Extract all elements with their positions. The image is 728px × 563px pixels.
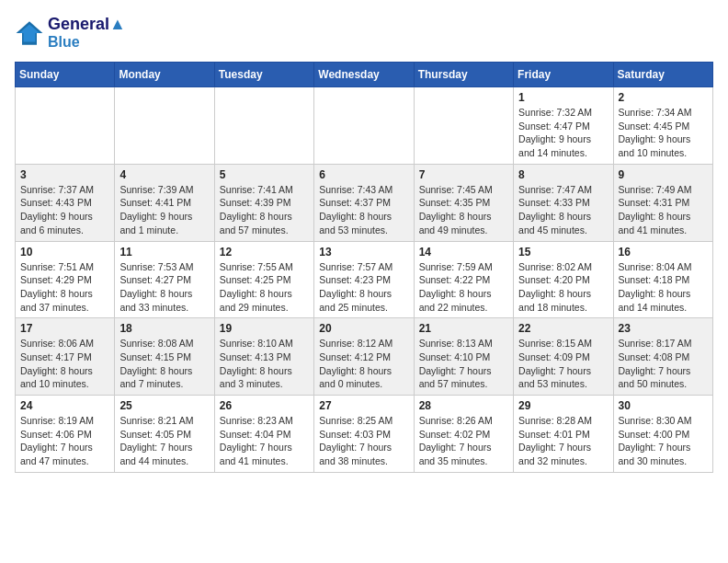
calendar-cell: 11Sunrise: 7:53 AM Sunset: 4:27 PM Dayli…	[115, 241, 214, 318]
day-number: 7	[419, 168, 508, 181]
calendar-week-row: 24Sunrise: 8:19 AM Sunset: 4:06 PM Dayli…	[16, 396, 713, 473]
day-info: Sunrise: 8:25 AM Sunset: 4:03 PM Dayligh…	[319, 414, 408, 468]
calendar-cell: 14Sunrise: 7:59 AM Sunset: 4:22 PM Dayli…	[414, 241, 513, 318]
calendar-week-row: 3Sunrise: 7:37 AM Sunset: 4:43 PM Daylig…	[16, 164, 713, 241]
day-number: 25	[119, 399, 209, 412]
weekday-header-friday: Friday	[514, 63, 613, 87]
day-number: 27	[319, 399, 408, 412]
logo-icon	[15, 18, 44, 48]
calendar-cell: 9Sunrise: 7:49 AM Sunset: 4:31 PM Daylig…	[613, 164, 712, 241]
day-info: Sunrise: 8:23 AM Sunset: 4:04 PM Dayligh…	[220, 414, 309, 468]
logo-text: General▲ Blue	[48, 15, 126, 51]
day-number: 19	[220, 322, 309, 335]
calendar-cell: 25Sunrise: 8:21 AM Sunset: 4:05 PM Dayli…	[115, 396, 214, 473]
calendar-cell: 6Sunrise: 7:43 AM Sunset: 4:37 PM Daylig…	[314, 164, 414, 241]
day-info: Sunrise: 8:08 AM Sunset: 4:15 PM Dayligh…	[119, 337, 209, 391]
calendar-cell: 7Sunrise: 7:45 AM Sunset: 4:35 PM Daylig…	[414, 164, 513, 241]
day-number: 9	[619, 168, 708, 181]
day-number: 5	[220, 168, 309, 181]
calendar-cell: 1Sunrise: 7:32 AM Sunset: 4:47 PM Daylig…	[514, 87, 613, 165]
calendar-cell: 22Sunrise: 8:15 AM Sunset: 4:09 PM Dayli…	[514, 318, 613, 396]
calendar-table: SundayMondayTuesdayWednesdayThursdayFrid…	[15, 62, 713, 473]
calendar-cell: 27Sunrise: 8:25 AM Sunset: 4:03 PM Dayli…	[314, 396, 414, 473]
calendar-cell: 5Sunrise: 7:41 AM Sunset: 4:39 PM Daylig…	[214, 164, 313, 241]
calendar-cell: 24Sunrise: 8:19 AM Sunset: 4:06 PM Dayli…	[16, 396, 115, 473]
day-number: 26	[220, 399, 309, 412]
day-info: Sunrise: 7:43 AM Sunset: 4:37 PM Dayligh…	[319, 183, 408, 237]
day-info: Sunrise: 7:37 AM Sunset: 4:43 PM Dayligh…	[20, 183, 109, 237]
calendar-cell: 16Sunrise: 8:04 AM Sunset: 4:18 PM Dayli…	[613, 241, 712, 318]
day-number: 22	[518, 322, 608, 335]
day-number: 29	[518, 399, 608, 412]
day-info: Sunrise: 8:02 AM Sunset: 4:20 PM Dayligh…	[518, 260, 608, 315]
day-number: 16	[619, 246, 708, 259]
calendar-cell: 30Sunrise: 8:30 AM Sunset: 4:00 PM Dayli…	[613, 396, 712, 473]
calendar-cell: 8Sunrise: 7:47 AM Sunset: 4:33 PM Daylig…	[514, 164, 613, 241]
calendar-cell: 19Sunrise: 8:10 AM Sunset: 4:13 PM Dayli…	[214, 318, 313, 396]
calendar-week-row: 17Sunrise: 8:06 AM Sunset: 4:17 PM Dayli…	[16, 318, 713, 396]
calendar-cell: 2Sunrise: 7:34 AM Sunset: 4:45 PM Daylig…	[613, 87, 712, 165]
day-number: 11	[119, 246, 209, 259]
day-number: 2	[619, 91, 708, 104]
calendar-cell: 21Sunrise: 8:13 AM Sunset: 4:10 PM Dayli…	[414, 318, 513, 396]
day-info: Sunrise: 8:21 AM Sunset: 4:05 PM Dayligh…	[119, 414, 209, 468]
day-info: Sunrise: 7:34 AM Sunset: 4:45 PM Dayligh…	[619, 106, 708, 160]
day-info: Sunrise: 7:49 AM Sunset: 4:31 PM Dayligh…	[619, 183, 708, 237]
logo: General▲ Blue	[15, 15, 126, 51]
day-info: Sunrise: 7:57 AM Sunset: 4:23 PM Dayligh…	[319, 260, 408, 315]
day-number: 15	[518, 246, 608, 259]
day-number: 13	[319, 246, 408, 259]
calendar-cell: 18Sunrise: 8:08 AM Sunset: 4:15 PM Dayli…	[115, 318, 214, 396]
day-info: Sunrise: 8:19 AM Sunset: 4:06 PM Dayligh…	[20, 414, 109, 468]
day-info: Sunrise: 8:30 AM Sunset: 4:00 PM Dayligh…	[619, 414, 708, 468]
calendar-week-row: 10Sunrise: 7:51 AM Sunset: 4:29 PM Dayli…	[16, 241, 713, 318]
calendar-cell: 20Sunrise: 8:12 AM Sunset: 4:12 PM Dayli…	[314, 318, 414, 396]
day-info: Sunrise: 7:55 AM Sunset: 4:25 PM Dayligh…	[220, 260, 309, 315]
calendar-cell	[16, 87, 115, 165]
day-info: Sunrise: 7:47 AM Sunset: 4:33 PM Dayligh…	[518, 183, 608, 237]
day-number: 8	[518, 168, 608, 181]
day-info: Sunrise: 7:45 AM Sunset: 4:35 PM Dayligh…	[419, 183, 508, 237]
day-number: 1	[518, 91, 608, 104]
calendar-cell: 3Sunrise: 7:37 AM Sunset: 4:43 PM Daylig…	[16, 164, 115, 241]
calendar-cell	[214, 87, 313, 165]
day-number: 23	[619, 322, 708, 335]
calendar-cell	[414, 87, 513, 165]
day-info: Sunrise: 8:28 AM Sunset: 4:01 PM Dayligh…	[518, 414, 608, 468]
calendar-cell: 4Sunrise: 7:39 AM Sunset: 4:41 PM Daylig…	[115, 164, 214, 241]
day-number: 30	[619, 399, 708, 412]
day-info: Sunrise: 8:10 AM Sunset: 4:13 PM Dayligh…	[220, 337, 309, 391]
day-number: 3	[20, 168, 109, 181]
calendar-cell	[115, 87, 214, 165]
day-info: Sunrise: 8:04 AM Sunset: 4:18 PM Dayligh…	[619, 260, 708, 315]
calendar-cell: 26Sunrise: 8:23 AM Sunset: 4:04 PM Dayli…	[214, 396, 313, 473]
calendar-cell	[314, 87, 414, 165]
calendar-cell: 29Sunrise: 8:28 AM Sunset: 4:01 PM Dayli…	[514, 396, 613, 473]
day-info: Sunrise: 7:59 AM Sunset: 4:22 PM Dayligh…	[419, 260, 508, 315]
day-info: Sunrise: 8:12 AM Sunset: 4:12 PM Dayligh…	[319, 337, 408, 391]
day-info: Sunrise: 7:39 AM Sunset: 4:41 PM Dayligh…	[119, 183, 209, 237]
calendar-cell: 10Sunrise: 7:51 AM Sunset: 4:29 PM Dayli…	[16, 241, 115, 318]
calendar-week-row: 1Sunrise: 7:32 AM Sunset: 4:47 PM Daylig…	[16, 87, 713, 165]
day-number: 28	[419, 399, 508, 412]
calendar-cell: 15Sunrise: 8:02 AM Sunset: 4:20 PM Dayli…	[514, 241, 613, 318]
day-number: 17	[20, 322, 109, 335]
weekday-header-saturday: Saturday	[613, 63, 712, 87]
day-number: 6	[319, 168, 408, 181]
day-number: 20	[319, 322, 408, 335]
calendar-cell: 28Sunrise: 8:26 AM Sunset: 4:02 PM Dayli…	[414, 396, 513, 473]
weekday-header-tuesday: Tuesday	[214, 63, 313, 87]
calendar-cell: 17Sunrise: 8:06 AM Sunset: 4:17 PM Dayli…	[16, 318, 115, 396]
day-info: Sunrise: 7:53 AM Sunset: 4:27 PM Dayligh…	[119, 260, 209, 315]
calendar-cell: 23Sunrise: 8:17 AM Sunset: 4:08 PM Dayli…	[613, 318, 712, 396]
day-info: Sunrise: 7:32 AM Sunset: 4:47 PM Dayligh…	[518, 106, 608, 160]
page-header: General▲ Blue	[15, 15, 713, 51]
weekday-header-monday: Monday	[115, 63, 214, 87]
calendar-header-row: SundayMondayTuesdayWednesdayThursdayFrid…	[16, 63, 713, 87]
day-number: 24	[20, 399, 109, 412]
day-number: 18	[119, 322, 209, 335]
calendar-cell: 13Sunrise: 7:57 AM Sunset: 4:23 PM Dayli…	[314, 241, 414, 318]
day-number: 21	[419, 322, 508, 335]
day-info: Sunrise: 8:15 AM Sunset: 4:09 PM Dayligh…	[518, 337, 608, 391]
day-number: 10	[20, 246, 109, 259]
